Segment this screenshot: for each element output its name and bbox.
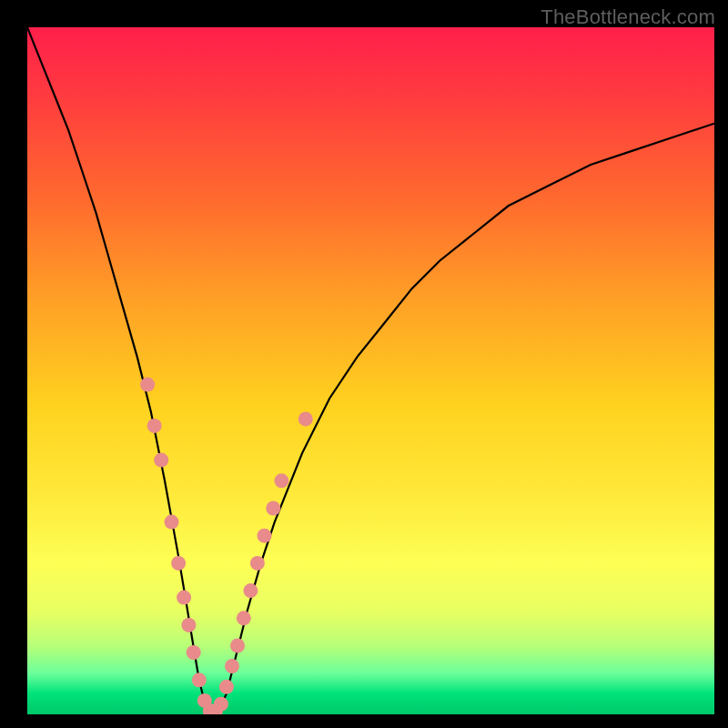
data-markers xyxy=(140,378,313,714)
data-marker xyxy=(258,529,272,543)
data-marker xyxy=(230,639,245,653)
data-marker xyxy=(266,501,280,516)
data-marker xyxy=(237,611,251,625)
data-marker xyxy=(171,556,186,571)
bottleneck-curve xyxy=(27,27,714,714)
chart-frame: TheBottleneck.com xyxy=(0,0,728,728)
plot-area xyxy=(27,27,714,714)
data-marker xyxy=(219,680,234,694)
data-marker xyxy=(140,378,155,392)
data-marker xyxy=(243,583,258,598)
data-marker xyxy=(187,645,201,660)
data-marker xyxy=(298,411,313,426)
chart-svg xyxy=(27,27,714,714)
watermark-text: TheBottleneck.com xyxy=(541,5,715,29)
data-marker xyxy=(165,515,179,530)
data-marker xyxy=(147,419,162,433)
data-marker xyxy=(192,672,207,687)
data-marker xyxy=(177,591,191,605)
data-marker xyxy=(154,453,168,468)
data-marker xyxy=(181,618,196,632)
data-marker xyxy=(274,473,288,488)
data-marker xyxy=(225,659,239,673)
data-marker xyxy=(214,697,228,712)
data-marker xyxy=(250,556,265,571)
